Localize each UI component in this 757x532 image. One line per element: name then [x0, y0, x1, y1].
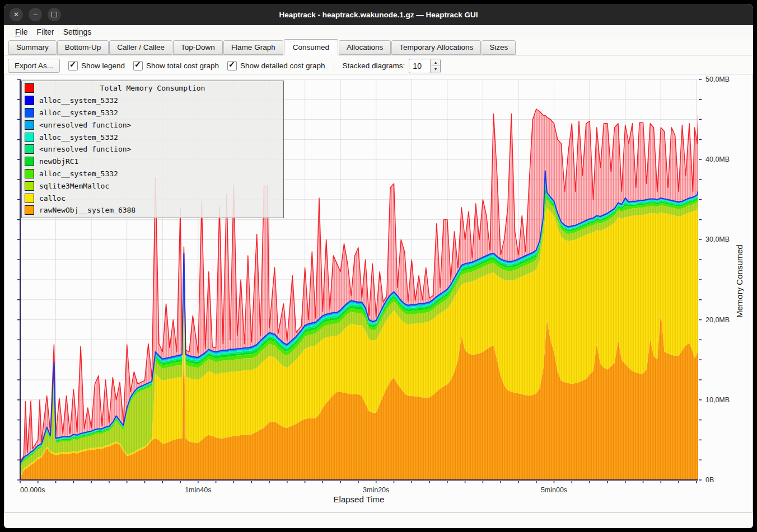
legend-item: calloc — [22, 192, 283, 204]
spin-up-icon[interactable]: ▲ — [431, 59, 440, 67]
legend-item: alloc__system_5332 — [22, 168, 283, 180]
menu-settings[interactable]: Settings — [59, 26, 96, 37]
legend-item-label: alloc__system_5332 — [39, 96, 118, 105]
y-axis-label: Memory Consumed — [735, 209, 744, 354]
checkbox-label: Show total cost graph — [146, 62, 219, 70]
stacked-diagrams-value[interactable]: 10 — [409, 59, 430, 73]
legend-item: alloc__system_5332 — [22, 131, 283, 143]
checkbox-show-detailed-cost-graph[interactable]: Show detailed cost graph — [227, 61, 325, 70]
legend-swatch — [25, 96, 34, 105]
toolbar-separator — [334, 60, 334, 72]
legend-swatch — [25, 157, 34, 166]
tab-consumed[interactable]: Consumed — [284, 39, 338, 55]
tab-flame-graph[interactable]: Flame Graph — [223, 40, 283, 55]
legend-swatch — [25, 120, 34, 130]
svg-text:0B: 0B — [705, 476, 714, 484]
legend-item: sqlite3MemMalloc — [22, 180, 283, 192]
svg-text:30,0MB: 30,0MB — [705, 236, 730, 243]
legend-swatch — [25, 83, 34, 93]
minimize-icon[interactable]: – — [29, 8, 42, 21]
tab-bottom-up[interactable]: Bottom-Up — [57, 40, 109, 55]
tab-allocations[interactable]: Allocations — [339, 40, 391, 55]
tab-summary[interactable]: Summary — [8, 40, 57, 55]
app-window: ✕ – Heaptrack - heaptrack.wakunode.1.gz … — [4, 4, 753, 528]
menu-filter[interactable]: Filter — [32, 26, 59, 37]
memory-consumed-chart: 00.000s1min40s3min20s5min00s0B10,0MB20,0… — [4, 74, 753, 513]
checkbox-box[interactable] — [227, 61, 237, 70]
svg-text:5min00s: 5min00s — [541, 486, 567, 494]
title-bar: ✕ – Heaptrack - heaptrack.wakunode.1.gz … — [4, 4, 753, 25]
tab-temporary-allocations[interactable]: Temporary Allocations — [391, 40, 481, 55]
maximize-icon[interactable] — [48, 8, 61, 21]
svg-text:20,0MB: 20,0MB — [705, 316, 730, 324]
tab-caller-callee[interactable]: Caller / Callee — [109, 40, 172, 55]
tab-sizes[interactable]: Sizes — [482, 40, 516, 55]
legend-item-label: newObjRC1 — [39, 157, 78, 166]
checkbox-show-total-cost-graph[interactable]: Show total cost graph — [133, 61, 219, 70]
legend-swatch — [25, 194, 34, 203]
legend-swatch — [25, 205, 34, 215]
checkbox-label: Show legend — [81, 62, 125, 70]
toolbar: Export As... Show legendShow total cost … — [4, 55, 753, 76]
menu-file[interactable]: File — [11, 26, 32, 37]
legend-title: Total Memory Consumption — [39, 84, 283, 92]
checkbox-box[interactable] — [68, 61, 78, 70]
legend-item: alloc__system_5332 — [22, 95, 283, 107]
legend-title-row: Total Memory Consumption — [22, 82, 283, 95]
legend-swatch — [25, 133, 34, 142]
close-icon[interactable]: ✕ — [10, 8, 23, 21]
chart-legend: Total Memory Consumptionalloc__system_53… — [21, 81, 284, 218]
checkbox-label: Show detailed cost graph — [240, 62, 325, 70]
window-controls: ✕ – — [10, 8, 61, 21]
stacked-diagrams-label: Stacked diagrams: — [343, 62, 405, 70]
checkbox-show-legend[interactable]: Show legend — [68, 61, 125, 70]
legend-item-label: <unresolved function> — [39, 145, 131, 153]
legend-item: <unresolved function> — [22, 119, 283, 131]
stacked-diagrams-spinbox[interactable]: 10 ▲ ▼ — [409, 59, 441, 73]
spin-down-icon[interactable]: ▼ — [431, 66, 440, 73]
legend-swatch — [25, 108, 34, 117]
legend-swatch — [25, 144, 34, 154]
legend-item: <unresolved function> — [22, 143, 283, 156]
svg-text:00.000s: 00.000s — [20, 486, 45, 494]
legend-item-label: <unresolved function> — [39, 121, 131, 129]
svg-text:10,0MB: 10,0MB — [705, 396, 730, 404]
legend-item-label: alloc__system_5332 — [39, 133, 118, 142]
legend-item-label: alloc__system_5332 — [39, 170, 118, 178]
tab-top-down[interactable]: Top-Down — [173, 40, 223, 55]
checkbox-box[interactable] — [133, 61, 143, 70]
svg-text:50,0MB: 50,0MB — [705, 76, 730, 83]
x-axis-label: Elapsed Time — [5, 495, 713, 504]
export-as-button[interactable]: Export As... — [8, 59, 60, 73]
legend-swatch — [25, 169, 34, 178]
menu-bar: FileFilterSettings — [4, 25, 753, 39]
legend-item-label: sqlite3MemMalloc — [39, 182, 109, 190]
legend-swatch — [25, 181, 34, 191]
legend-item-label: rawNewObj__system_6388 — [39, 206, 135, 214]
svg-text:1min40s: 1min40s — [185, 486, 211, 494]
legend-item: newObjRC1 — [22, 156, 283, 168]
window-title: Heaptrack - heaptrack.wakunode.1.gz — He… — [279, 11, 478, 19]
legend-item-label: alloc__system_5332 — [39, 109, 118, 117]
tab-bar: SummaryBottom-UpCaller / CalleeTop-DownF… — [4, 39, 753, 55]
legend-item-label: calloc — [39, 194, 66, 203]
svg-text:40,0MB: 40,0MB — [705, 156, 730, 163]
svg-text:3min20s: 3min20s — [363, 486, 389, 494]
legend-item: alloc__system_5332 — [22, 107, 283, 119]
legend-item: rawNewObj__system_6388 — [22, 204, 283, 216]
